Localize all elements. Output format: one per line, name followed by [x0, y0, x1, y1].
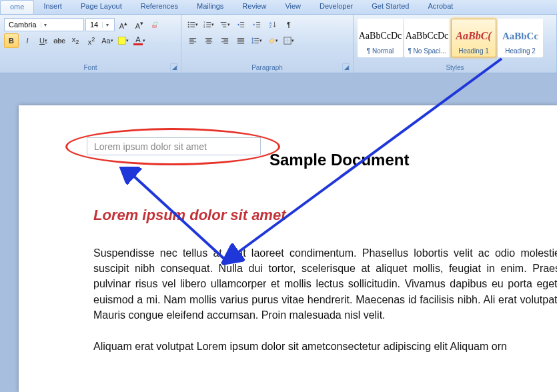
sort-button[interactable]: AZ	[265, 17, 280, 32]
chevron-down-icon: ▾	[45, 38, 47, 43]
bucket-icon	[267, 37, 275, 45]
line-spacing-button[interactable]: ▾	[249, 33, 264, 48]
bold-icon: B	[9, 37, 14, 45]
border-icon	[284, 37, 292, 45]
shading-button[interactable]: ▾	[265, 33, 280, 48]
tab-acrobat[interactable]: Acrobat	[418, 0, 462, 14]
style-preview: AaBbCc	[502, 31, 538, 42]
outdent-icon	[237, 21, 245, 29]
highlight-button[interactable]: ▾	[116, 33, 131, 48]
chevron-down-icon: ▾	[41, 22, 50, 28]
strikethrough-button[interactable]: abc	[52, 33, 67, 48]
chevron-down-icon: ▾	[195, 22, 198, 27]
align-right-button[interactable]	[217, 33, 232, 48]
align-center-button[interactable]	[201, 33, 216, 48]
tab-review[interactable]: Review	[233, 0, 275, 14]
underline-button[interactable]: U▾	[36, 33, 51, 48]
decrease-indent-button[interactable]	[233, 17, 248, 32]
italic-button[interactable]: I	[20, 33, 35, 48]
ribbon-tabs: ome Insert Page Layout References Mailin…	[0, 0, 557, 15]
superscript-icon: x2	[88, 36, 95, 46]
show-marks-button[interactable]: ¶	[282, 17, 296, 32]
chevron-down-icon: ▾	[102, 22, 111, 28]
svg-text:3: 3	[203, 25, 205, 29]
style-preview: AaBbCcDc	[406, 31, 449, 41]
pilcrow-icon: ¶	[287, 21, 291, 29]
chevron-down-icon: ▾	[211, 22, 214, 27]
numbering-button[interactable]: 123▾	[201, 17, 216, 32]
bold-button[interactable]: B	[4, 33, 19, 48]
superscript-button[interactable]: x2	[84, 33, 99, 48]
svg-rect-0	[153, 25, 157, 28]
multilevel-list-button[interactable]: ▾	[217, 17, 232, 32]
change-case-button[interactable]: Aa▾	[100, 33, 115, 48]
tab-get-started[interactable]: Get Started	[362, 0, 418, 14]
chevron-down-icon: ▾	[292, 38, 294, 43]
bullet-list-icon	[187, 21, 195, 29]
chevron-down-icon: ▾	[126, 38, 129, 43]
chevron-down-icon: ▾	[275, 38, 278, 43]
align-right-icon	[221, 37, 229, 45]
font-color-button[interactable]: A ▾	[132, 33, 147, 48]
indent-icon	[253, 21, 261, 29]
tab-home[interactable]: ome	[0, 0, 34, 14]
highlight-icon	[118, 37, 126, 45]
svg-line-12	[131, 173, 225, 260]
align-center-icon	[205, 37, 213, 45]
svg-text:Z: Z	[269, 25, 271, 29]
clear-formatting-button[interactable]	[148, 17, 163, 32]
grow-font-icon: A▴	[119, 19, 127, 30]
align-left-button[interactable]	[185, 33, 200, 48]
tab-developer[interactable]: Developer	[310, 0, 362, 14]
chevron-down-icon: ▾	[259, 38, 262, 43]
number-list-icon: 123	[203, 21, 211, 29]
font-color-icon: A	[133, 36, 143, 45]
style-no-spacing[interactable]: AaBbCcDc ¶ No Spaci...	[404, 19, 450, 57]
font-size-combo[interactable]: 14 ▾	[85, 18, 115, 31]
style-normal[interactable]: AaBbCcDc ¶ Normal	[358, 19, 403, 57]
chevron-down-icon: ▾	[143, 38, 145, 43]
eraser-icon	[151, 21, 159, 29]
subscript-button[interactable]: x2	[68, 33, 83, 48]
svg-line-11	[235, 59, 502, 255]
justify-icon	[237, 37, 245, 45]
tab-page-layout[interactable]: Page Layout	[71, 0, 131, 14]
underline-icon: U	[39, 37, 45, 45]
justify-button[interactable]	[233, 33, 248, 48]
multilevel-icon	[219, 21, 227, 29]
svg-point-2	[188, 24, 189, 25]
shrink-font-button[interactable]: A▾	[132, 17, 147, 32]
font-name-combo[interactable]: Cambria ▾	[4, 18, 84, 31]
font-name-value: Cambria	[5, 21, 41, 29]
italic-icon: I	[26, 37, 28, 45]
svg-point-1	[188, 21, 189, 23]
page[interactable]: Sample Document Lorem ipsum dolor sit am…	[19, 105, 557, 392]
document-area: Sample Document Lorem ipsum dolor sit am…	[0, 73, 557, 392]
style-preview: AaBbC(	[456, 30, 491, 42]
grow-font-button[interactable]: A▴	[116, 17, 131, 32]
tab-references[interactable]: References	[131, 0, 187, 14]
increase-indent-button[interactable]	[249, 17, 264, 32]
subscript-icon: x2	[72, 35, 79, 45]
borders-button[interactable]: ▾	[282, 33, 296, 48]
tab-mailings[interactable]: Mailings	[187, 0, 233, 14]
case-icon: Aa	[101, 37, 110, 45]
align-left-icon	[189, 37, 197, 45]
style-preview: AaBbCcDc	[359, 31, 402, 41]
shrink-font-icon: A▾	[135, 19, 143, 30]
strike-icon: abc	[53, 37, 65, 45]
style-heading-2[interactable]: AaBbCc Heading 2	[498, 19, 543, 57]
body-paragraph[interactable]: Aliquam erat volutpat Lorem ipsum dolor …	[93, 339, 557, 354]
styles-gallery[interactable]: AaBbCcDc ¶ Normal AaBbCcDc ¶ No Spaci...…	[358, 17, 552, 57]
style-heading-1[interactable]: AaBbC( Heading 1	[451, 19, 496, 57]
tab-view[interactable]: View	[275, 0, 310, 14]
bullets-button[interactable]: ▾	[185, 17, 200, 32]
svg-point-3	[188, 26, 189, 27]
chevron-down-icon: ▾	[111, 38, 113, 43]
annotation-arrow-2	[119, 167, 239, 267]
tab-insert[interactable]: Insert	[34, 0, 71, 14]
line-spacing-icon	[251, 37, 259, 45]
font-size-value: 14	[86, 21, 102, 29]
chevron-down-icon: ▾	[227, 22, 230, 27]
sort-icon: AZ	[269, 21, 277, 29]
